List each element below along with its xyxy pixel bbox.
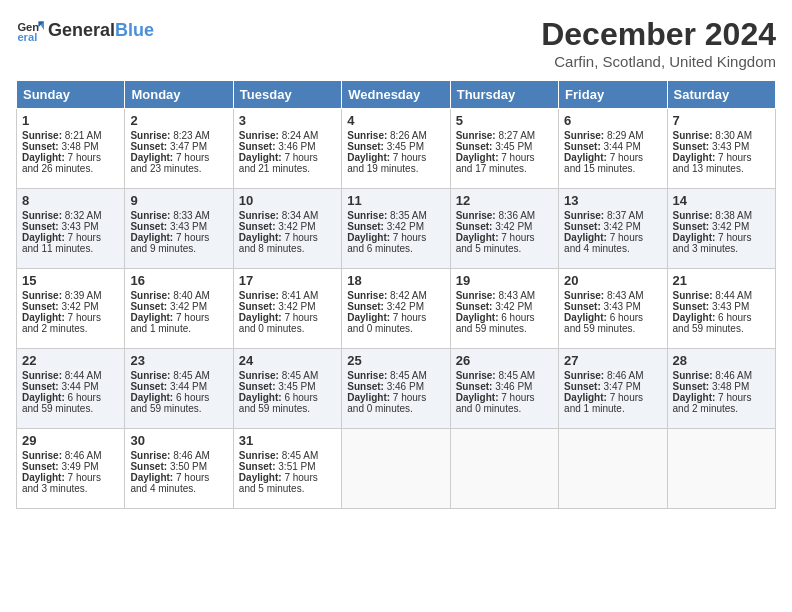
sunset-time: 3:48 PM [712,381,749,392]
day-number: 31 [239,433,336,448]
day-number: 1 [22,113,119,128]
calendar-cell: 18 Sunrise: 8:42 AM Sunset: 3:42 PM Dayl… [342,269,450,349]
calendar-cell: 27 Sunrise: 8:46 AM Sunset: 3:47 PM Dayl… [559,349,667,429]
sunrise-time: 8:41 AM [282,290,319,301]
sunset-time: 3:49 PM [61,461,98,472]
daylight-label: Daylight: [239,232,285,243]
sunset-label: Sunset: [673,141,712,152]
sunset-label: Sunset: [456,221,495,232]
sunrise-label: Sunrise: [22,290,65,301]
daylight-label: Daylight: [130,152,176,163]
sunset-label: Sunset: [22,381,61,392]
daylight-label: Daylight: [673,152,719,163]
sunrise-time: 8:43 AM [498,290,535,301]
sunset-time: 3:51 PM [278,461,315,472]
calendar-cell: 29 Sunrise: 8:46 AM Sunset: 3:49 PM Dayl… [17,429,125,509]
sunset-time: 3:47 PM [604,381,641,392]
sunrise-time: 8:26 AM [390,130,427,141]
logo-icon: Gen eral [16,16,44,44]
svg-text:eral: eral [17,31,37,43]
sunrise-time: 8:44 AM [65,370,102,381]
sunrise-label: Sunrise: [239,290,282,301]
sunset-label: Sunset: [130,301,169,312]
logo-general: General [48,20,115,40]
sunset-time: 3:42 PM [712,221,749,232]
sunrise-label: Sunrise: [347,130,390,141]
sunrise-time: 8:36 AM [498,210,535,221]
day-number: 16 [130,273,227,288]
sunset-label: Sunset: [564,141,603,152]
sunset-label: Sunset: [673,221,712,232]
header-sunday: Sunday [17,81,125,109]
day-number: 19 [456,273,553,288]
daylight-label: Daylight: [347,392,393,403]
sunset-time: 3:42 PM [170,301,207,312]
sunrise-label: Sunrise: [564,370,607,381]
sunset-label: Sunset: [239,381,278,392]
calendar-cell: 4 Sunrise: 8:26 AM Sunset: 3:45 PM Dayli… [342,109,450,189]
sunrise-label: Sunrise: [130,450,173,461]
sunset-label: Sunset: [130,221,169,232]
day-number: 23 [130,353,227,368]
day-number: 21 [673,273,770,288]
sunrise-label: Sunrise: [673,130,716,141]
day-number: 2 [130,113,227,128]
sunset-label: Sunset: [239,221,278,232]
day-number: 3 [239,113,336,128]
daylight-label: Daylight: [239,392,285,403]
sunrise-time: 8:45 AM [390,370,427,381]
logo-text: GeneralBlue [48,20,154,41]
calendar-row: 15 Sunrise: 8:39 AM Sunset: 3:42 PM Dayl… [17,269,776,349]
sunrise-label: Sunrise: [673,210,716,221]
sunrise-label: Sunrise: [456,290,499,301]
sunrise-label: Sunrise: [239,210,282,221]
sunrise-label: Sunrise: [673,290,716,301]
sunset-time: 3:43 PM [712,141,749,152]
calendar-cell: 21 Sunrise: 8:44 AM Sunset: 3:43 PM Dayl… [667,269,775,349]
sunrise-label: Sunrise: [564,210,607,221]
day-number: 27 [564,353,661,368]
sunset-label: Sunset: [22,141,61,152]
calendar-cell: 22 Sunrise: 8:44 AM Sunset: 3:44 PM Dayl… [17,349,125,429]
sunrise-label: Sunrise: [347,210,390,221]
calendar-cell: 10 Sunrise: 8:34 AM Sunset: 3:42 PM Dayl… [233,189,341,269]
daylight-label: Daylight: [239,152,285,163]
weekday-header-row: Sunday Monday Tuesday Wednesday Thursday… [17,81,776,109]
calendar-row: 1 Sunrise: 8:21 AM Sunset: 3:48 PM Dayli… [17,109,776,189]
sunset-time: 3:43 PM [170,221,207,232]
sunrise-label: Sunrise: [456,370,499,381]
sunrise-time: 8:43 AM [607,290,644,301]
sunrise-time: 8:29 AM [607,130,644,141]
sunset-time: 3:46 PM [278,141,315,152]
sunrise-label: Sunrise: [239,450,282,461]
sunset-label: Sunset: [347,221,386,232]
sunrise-time: 8:46 AM [607,370,644,381]
calendar-cell: 13 Sunrise: 8:37 AM Sunset: 3:42 PM Dayl… [559,189,667,269]
calendar-row: 8 Sunrise: 8:32 AM Sunset: 3:43 PM Dayli… [17,189,776,269]
sunset-label: Sunset: [239,301,278,312]
sunrise-label: Sunrise: [22,370,65,381]
sunset-label: Sunset: [456,381,495,392]
daylight-label: Daylight: [456,312,502,323]
day-number: 12 [456,193,553,208]
sunrise-time: 8:23 AM [173,130,210,141]
day-number: 6 [564,113,661,128]
header-tuesday: Tuesday [233,81,341,109]
header: Gen eral GeneralBlue December 2024 Carfi… [16,16,776,70]
sunset-time: 3:43 PM [712,301,749,312]
sunrise-label: Sunrise: [22,210,65,221]
sunrise-time: 8:37 AM [607,210,644,221]
daylight-label: Daylight: [564,312,610,323]
day-number: 11 [347,193,444,208]
daylight-label: Daylight: [673,392,719,403]
sunset-label: Sunset: [239,141,278,152]
sunrise-time: 8:40 AM [173,290,210,301]
day-number: 7 [673,113,770,128]
calendar-cell [559,429,667,509]
header-saturday: Saturday [667,81,775,109]
sunset-time: 3:45 PM [495,141,532,152]
sunset-time: 3:42 PM [387,221,424,232]
daylight-label: Daylight: [22,232,68,243]
daylight-label: Daylight: [347,152,393,163]
header-monday: Monday [125,81,233,109]
